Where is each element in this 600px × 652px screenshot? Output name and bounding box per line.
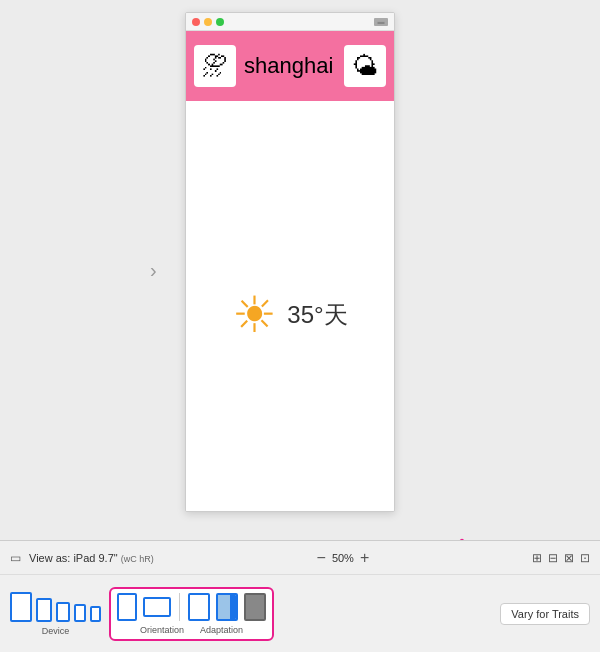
- device-icon-1[interactable]: [10, 592, 32, 622]
- adaptation-icon-3[interactable]: [244, 593, 266, 621]
- panel-icon[interactable]: ⊠: [564, 551, 574, 565]
- traffic-light-green[interactable]: [216, 18, 224, 26]
- grid-icon[interactable]: ⊞: [532, 551, 542, 565]
- adaptation-icon-2[interactable]: [216, 593, 238, 621]
- orient-adapt-section: Orientation Adaptation: [109, 587, 274, 641]
- orient-adapt-icons: [117, 593, 266, 621]
- traffic-light-red[interactable]: [192, 18, 200, 26]
- right-icons: ⊞ ⊟ ⊠ ⊡: [532, 551, 590, 565]
- simulator-window: ▬ ⛈ shanghai 🌤 ☀ 35°天: [185, 12, 395, 512]
- device-icon-3[interactable]: [56, 602, 70, 622]
- sun-icon: ☀: [232, 286, 277, 344]
- zoom-plus-btn[interactable]: +: [360, 550, 369, 566]
- device-icons-row: [10, 592, 101, 622]
- view-as-label: View as: iPad 9.7" (wC hR): [29, 552, 154, 564]
- vary-for-traits-button[interactable]: Vary for Traits: [500, 603, 590, 625]
- device-label: Device: [42, 626, 70, 636]
- app-content: ☀ 35°天: [186, 101, 394, 512]
- device-icon-5[interactable]: [90, 606, 101, 622]
- toolbar-top-row: ▭ View as: iPad 9.7" (wC hR) − 50% + ⊞ ⊟…: [0, 541, 600, 575]
- app-header: ⛈ shanghai 🌤: [186, 31, 394, 101]
- toolbar-bottom-row: Device Orientation Adaptation: [0, 575, 600, 652]
- simulator-titlebar: ▬: [186, 13, 394, 31]
- columns-icon[interactable]: ⊟: [548, 551, 558, 565]
- device-section: Device: [10, 592, 101, 636]
- device-frame-icon: ▭: [10, 551, 21, 565]
- simulator-minimize-btn[interactable]: ▬: [374, 18, 388, 26]
- temperature-text: 35°天: [287, 299, 347, 331]
- orientation-portrait-icon[interactable]: [117, 593, 137, 621]
- section-divider: [179, 593, 180, 621]
- orientation-landscape-icon[interactable]: [143, 597, 171, 617]
- bottom-toolbar: ▭ View as: iPad 9.7" (wC hR) − 50% + ⊞ ⊟…: [0, 540, 600, 652]
- zoom-controls: − 50% +: [317, 550, 370, 566]
- sidebar-icon[interactable]: ⊡: [580, 551, 590, 565]
- traffic-light-yellow[interactable]: [204, 18, 212, 26]
- left-arrow-icon: ›: [150, 259, 157, 282]
- zoom-minus-btn[interactable]: −: [317, 550, 326, 566]
- zoom-percent: 50%: [332, 552, 354, 564]
- device-icon-2[interactable]: [36, 598, 52, 622]
- sun-cloud-icon: 🌤: [344, 45, 386, 87]
- adaptation-icon-1[interactable]: [188, 593, 210, 621]
- canvas-area: › ▬ ⛈ shanghai 🌤 ☀ 35°天: [0, 0, 600, 540]
- city-name: shanghai: [244, 53, 336, 79]
- orient-adapt-labels: Orientation Adaptation: [140, 625, 243, 635]
- adaptation-label: Adaptation: [200, 625, 243, 635]
- device-icon-4[interactable]: [74, 604, 86, 622]
- orientation-label: Orientation: [140, 625, 184, 635]
- rain-icon: ⛈: [194, 45, 236, 87]
